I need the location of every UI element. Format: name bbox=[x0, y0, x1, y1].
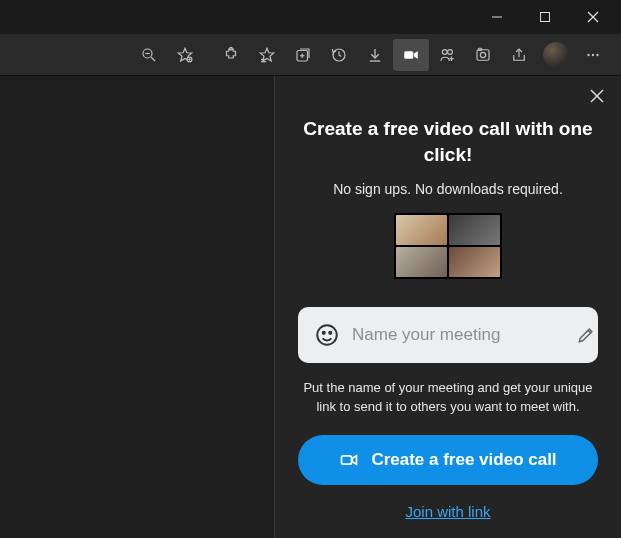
video-call-icon[interactable] bbox=[393, 39, 429, 71]
page-body: Create a free video call with one click!… bbox=[0, 76, 621, 538]
svg-point-33 bbox=[596, 53, 598, 55]
svg-marker-22 bbox=[414, 51, 418, 59]
video-thumb bbox=[396, 215, 447, 245]
download-icon[interactable] bbox=[357, 39, 393, 71]
favorite-star-icon[interactable] bbox=[167, 39, 203, 71]
window-titlebar bbox=[0, 0, 621, 34]
window-minimize-button[interactable] bbox=[475, 2, 519, 32]
share-icon[interactable] bbox=[501, 39, 537, 71]
svg-point-23 bbox=[442, 49, 447, 54]
panel-close-button[interactable] bbox=[587, 86, 607, 106]
svg-rect-27 bbox=[477, 49, 489, 60]
performance-icon[interactable] bbox=[429, 39, 465, 71]
svg-point-38 bbox=[329, 332, 331, 334]
history-icon[interactable] bbox=[321, 39, 357, 71]
extensions-icon[interactable] bbox=[213, 39, 249, 71]
zoom-out-icon[interactable] bbox=[131, 39, 167, 71]
window-close-button[interactable] bbox=[571, 2, 615, 32]
meeting-name-field[interactable] bbox=[298, 307, 598, 363]
pencil-icon[interactable] bbox=[576, 325, 596, 345]
video-call-panel: Create a free video call with one click!… bbox=[275, 76, 621, 538]
svg-point-32 bbox=[592, 53, 594, 55]
panel-subtitle: No sign ups. No downloads required. bbox=[333, 181, 563, 197]
video-thumb bbox=[396, 247, 447, 277]
page-content bbox=[0, 76, 275, 538]
more-menu-icon[interactable] bbox=[575, 39, 611, 71]
svg-marker-41 bbox=[353, 456, 357, 464]
svg-rect-21 bbox=[404, 51, 413, 59]
cta-label: Create a free video call bbox=[371, 450, 556, 470]
window-maximize-button[interactable] bbox=[523, 2, 567, 32]
svg-rect-1 bbox=[541, 13, 550, 22]
svg-point-31 bbox=[587, 53, 589, 55]
video-thumb bbox=[449, 247, 500, 277]
svg-rect-40 bbox=[342, 456, 352, 464]
meeting-name-input[interactable] bbox=[352, 325, 564, 345]
video-preview-illustration bbox=[394, 213, 502, 279]
collections-icon[interactable] bbox=[285, 39, 321, 71]
svg-point-36 bbox=[317, 325, 337, 345]
profile-avatar[interactable] bbox=[543, 42, 569, 68]
smiley-icon bbox=[314, 322, 340, 348]
svg-point-37 bbox=[323, 332, 325, 334]
browser-toolbar bbox=[0, 34, 621, 76]
video-thumb bbox=[449, 215, 500, 245]
svg-point-24 bbox=[448, 49, 453, 54]
join-with-link[interactable]: Join with link bbox=[405, 503, 490, 520]
svg-line-5 bbox=[151, 57, 155, 61]
svg-point-28 bbox=[480, 52, 485, 57]
create-video-call-button[interactable]: Create a free video call bbox=[298, 435, 598, 485]
panel-title: Create a free video call with one click! bbox=[303, 116, 593, 167]
helper-text: Put the name of your meeting and get you… bbox=[300, 379, 596, 417]
web-capture-icon[interactable] bbox=[465, 39, 501, 71]
favorites-list-icon[interactable] bbox=[249, 39, 285, 71]
